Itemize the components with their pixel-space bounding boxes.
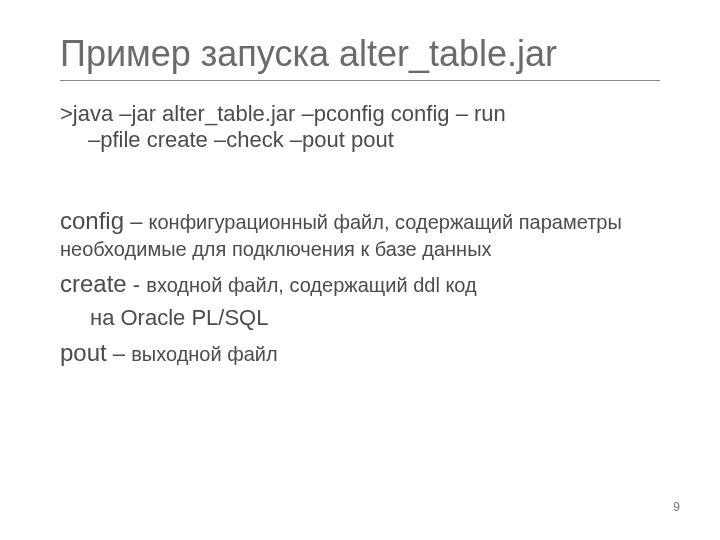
command-line-1: >java –jar alter_table.jar –pconfig conf… [60, 101, 660, 128]
page-number: 9 [673, 500, 680, 514]
sep-config: – [124, 209, 148, 234]
desc-config: config – конфигурационный файл, содержащ… [60, 206, 660, 263]
text-pout: выходной файл [131, 343, 277, 365]
term-config: config [60, 207, 124, 234]
sep-pout: – [107, 341, 131, 366]
slide-body: >java –jar alter_table.jar –pconfig conf… [60, 101, 660, 368]
term-create: create [60, 270, 127, 297]
spacer [60, 154, 660, 206]
sep-create: - [127, 272, 147, 297]
desc-create-line2: на Oracle PL/SQL [90, 305, 660, 332]
term-pout: pout [60, 339, 107, 366]
slide: Пример запуска alter_table.jar >java –ja… [0, 0, 720, 540]
page-title: Пример запуска alter_table.jar [60, 34, 660, 81]
desc-pout: pout – выходной файл [60, 338, 660, 368]
desc-create: create - входной файл, содержащий ddl ко… [60, 269, 660, 299]
text-create: входной файл, содержащий ddl код [146, 274, 476, 296]
text-create-2: на Oracle PL/SQL [90, 305, 268, 330]
command-line-2: –pfile create –check –pout pout [88, 127, 660, 154]
